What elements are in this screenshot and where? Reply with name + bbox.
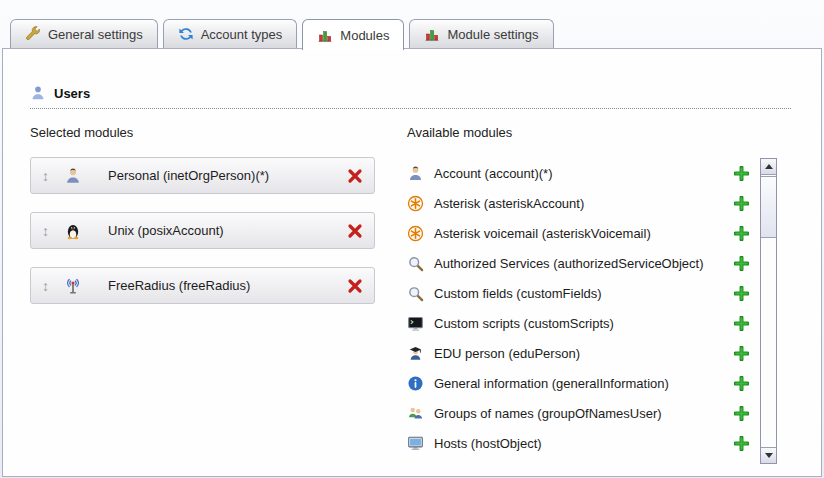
available-module-row: Authorized Services (authorizedServiceOb… (407, 248, 749, 278)
add-module-button[interactable] (734, 376, 749, 391)
add-module-button[interactable] (734, 166, 749, 181)
tab-general-settings[interactable]: General settings (10, 19, 158, 48)
tab-label: Account types (201, 27, 283, 42)
chart-icon (424, 26, 440, 42)
scrollbar-thumb[interactable] (761, 176, 776, 238)
down-arrow-icon (765, 453, 773, 458)
add-module-button[interactable] (734, 406, 749, 421)
tab-modules[interactable]: Modules (302, 19, 404, 50)
module-label: Authorized Services (authorizedServiceOb… (434, 256, 704, 271)
magnifier-icon (407, 285, 424, 302)
selected-modules-column: Selected modules ↕ Personal (inetOrgPers… (30, 125, 407, 464)
add-module-button[interactable] (734, 286, 749, 301)
available-modules-list: Account (account)(*) Asterisk (asteriskA… (407, 158, 749, 464)
module-label: Unix (posixAccount) (108, 223, 224, 238)
selected-module-row[interactable]: ↕ Unix (posixAccount) (30, 212, 375, 249)
module-label: Groups of names (groupOfNamesUser) (434, 406, 662, 421)
add-module-button[interactable] (734, 256, 749, 271)
module-label: Account (account)(*) (434, 166, 553, 181)
tux-icon (64, 222, 82, 240)
available-module-row: General information (generalInformation) (407, 368, 749, 398)
selected-module-row[interactable]: ↕ Personal (inetOrgPerson)(*) (30, 157, 375, 194)
modules-columns: Selected modules ↕ Personal (inetOrgPers… (30, 125, 777, 464)
add-module-button[interactable] (734, 196, 749, 211)
tab-label: General settings (48, 27, 143, 42)
module-label: FreeRadius (freeRadius) (108, 278, 250, 293)
group-icon (407, 405, 424, 422)
selected-module-row[interactable]: ↕ FreeRadius (freeRadius) (30, 267, 375, 304)
available-module-row: Custom fields (customFields) (407, 278, 749, 308)
tab-bar: General settings Account types Modules M… (10, 19, 554, 50)
available-module-row: EDU person (eduPerson) (407, 338, 749, 368)
scrollbar-down-button[interactable] (761, 447, 776, 463)
tab-module-settings[interactable]: Module settings (409, 19, 553, 48)
module-label: Hosts (hostObject) (434, 436, 542, 451)
selected-modules-list: ↕ Personal (inetOrgPerson)(*) ↕ Unix (po… (30, 157, 407, 304)
asterisk-icon (407, 225, 424, 242)
available-module-row: Groups of names (groupOfNamesUser) (407, 398, 749, 428)
delete-module-button[interactable] (347, 223, 363, 239)
terminal-icon (407, 315, 424, 332)
user-icon (30, 85, 46, 101)
drag-handle-icon[interactable]: ↕ (42, 224, 55, 238)
host-icon (407, 435, 424, 452)
drag-handle-icon[interactable]: ↕ (42, 169, 55, 183)
module-label: Asterisk (asteriskAccount) (434, 196, 584, 211)
module-label: EDU person (eduPerson) (434, 346, 580, 361)
drag-handle-icon[interactable]: ↕ (42, 279, 55, 293)
add-module-button[interactable] (734, 436, 749, 451)
selected-modules-title: Selected modules (30, 125, 407, 141)
section-heading: Users (30, 85, 791, 109)
person-icon (64, 167, 82, 185)
up-arrow-icon (765, 164, 773, 169)
radius-icon (64, 277, 82, 295)
module-label: Custom fields (customFields) (434, 286, 602, 301)
scrollbar-up-button[interactable] (761, 159, 776, 175)
edu-icon (407, 345, 424, 362)
delete-module-button[interactable] (347, 278, 363, 294)
delete-module-button[interactable] (347, 168, 363, 184)
person-icon (407, 165, 424, 182)
available-module-row: Asterisk voicemail (asteriskVoicemail) (407, 218, 749, 248)
asterisk-icon (407, 195, 424, 212)
module-label: General information (generalInformation) (434, 376, 669, 391)
add-module-button[interactable] (734, 346, 749, 361)
tab-account-types[interactable]: Account types (163, 19, 298, 48)
tab-label: Modules (340, 28, 389, 43)
add-module-button[interactable] (734, 226, 749, 241)
section-title: Users (54, 86, 90, 101)
wrench-icon (25, 26, 41, 42)
module-label: Asterisk voicemail (asteriskVoicemail) (434, 226, 651, 241)
available-module-row: Asterisk (asteriskAccount) (407, 188, 749, 218)
available-module-row: Account (account)(*) (407, 158, 749, 188)
available-module-row: Hosts (hostObject) (407, 428, 749, 458)
add-module-button[interactable] (734, 316, 749, 331)
chart-icon (317, 27, 333, 43)
refresh-icon (178, 26, 194, 42)
module-label: Custom scripts (customScripts) (434, 316, 614, 331)
available-module-row: Custom scripts (customScripts) (407, 308, 749, 338)
scrollbar-track[interactable] (761, 175, 776, 447)
module-label: Personal (inetOrgPerson)(*) (108, 168, 269, 183)
info-icon (407, 375, 424, 392)
tab-label: Module settings (447, 27, 538, 42)
available-modules-title: Available modules (407, 125, 777, 141)
magnifier-icon (407, 255, 424, 272)
available-modules-wrap: Account (account)(*) Asterisk (asteriskA… (407, 158, 777, 464)
available-modules-scrollbar[interactable] (760, 158, 777, 464)
available-modules-column: Available modules Account (account)(*) A… (407, 125, 777, 464)
content-panel: Users Selected modules ↕ Personal (inetO… (2, 48, 822, 477)
